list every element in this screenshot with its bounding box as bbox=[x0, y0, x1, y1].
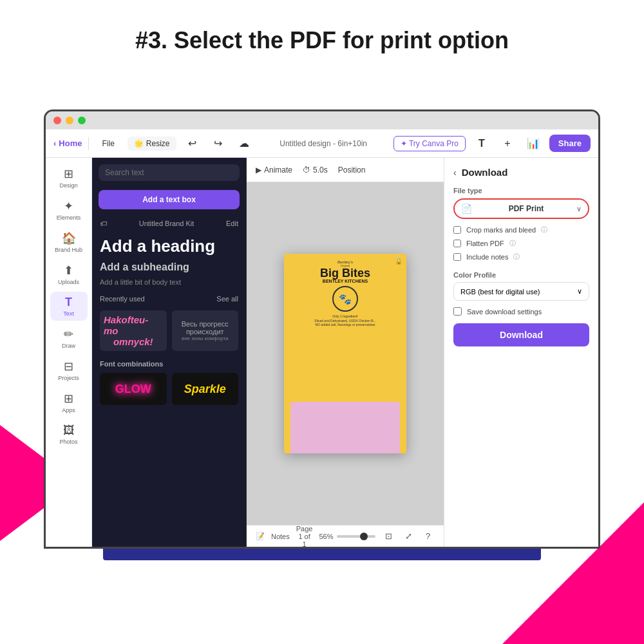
sidebar-item-projects[interactable]: ⊟ Projects bbox=[50, 355, 88, 385]
zoom-slider[interactable] bbox=[337, 535, 375, 538]
flatten-pdf-info-icon[interactable]: ⓘ bbox=[509, 239, 516, 248]
text-icon: T bbox=[65, 296, 72, 309]
dog-food-logo: Bentley's Original Big Bites BENTLEY KIT… bbox=[289, 260, 401, 327]
see-all-link[interactable]: See all bbox=[216, 295, 238, 303]
brand-tagline: Only 1 Ingredient!Sliced and Dehydrated,… bbox=[289, 314, 401, 327]
crop-marks-info-icon[interactable]: ⓘ bbox=[541, 225, 547, 234]
pdf-print-dropdown[interactable]: 📄 PDF Print ∨ bbox=[453, 198, 589, 219]
brand-kit-row: 🏷 Untitled Brand Kit Edit bbox=[92, 216, 246, 231]
crop-marks-checkbox[interactable] bbox=[453, 226, 461, 234]
left-sidebar: ⊞ Design ✦ Elements 🏠 Brand Hub ⬆ Upload… bbox=[46, 158, 92, 547]
canva-toolbar: ‹ Home File 🌟 Resize ↩ ↪ ☁ Untitled desi… bbox=[46, 129, 598, 158]
glow-text: GLOW bbox=[115, 383, 151, 396]
brand-icon: 🏠 bbox=[62, 231, 76, 245]
flatten-pdf-checkbox[interactable] bbox=[453, 240, 461, 247]
zoom-control[interactable]: 56% bbox=[319, 533, 375, 540]
sidebar-item-elements[interactable]: ✦ Elements bbox=[50, 195, 88, 225]
search-area bbox=[92, 158, 246, 187]
add-body-button[interactable]: Add a little bit of body text bbox=[92, 276, 246, 289]
glow-preview-item[interactable]: GLOW bbox=[100, 373, 167, 405]
glow-previews: GLOW Sparkle bbox=[92, 370, 246, 408]
back-button[interactable]: ‹ bbox=[453, 167, 457, 178]
sidebar-item-text[interactable]: T Text bbox=[50, 292, 88, 321]
pdf-icon: 📄 bbox=[461, 204, 472, 214]
text-tool-button[interactable]: T bbox=[472, 134, 491, 153]
zoom-level: 56% bbox=[319, 533, 333, 540]
add-textbox-button[interactable]: Add a text box bbox=[99, 190, 240, 209]
font-preview-text-2a: Весь прогресс bbox=[182, 320, 229, 328]
animate-button[interactable]: ▶ Animate bbox=[256, 166, 292, 175]
fit-screen-button[interactable]: ⊡ bbox=[382, 529, 395, 544]
position-button[interactable]: Position bbox=[338, 166, 366, 175]
sidebar-item-brand[interactable]: 🏠 Brand Hub bbox=[50, 227, 88, 257]
home-button[interactable]: ‹ Home bbox=[53, 138, 82, 148]
file-type-label: File type bbox=[453, 187, 589, 194]
sidebar-item-design[interactable]: ⊞ Design bbox=[50, 163, 88, 193]
canvas-stage[interactable]: 🔒 Bentley's Original Big Bites BENTLEY K… bbox=[247, 182, 444, 525]
sidebar-item-apps[interactable]: ⊞ Apps bbox=[50, 388, 88, 417]
include-notes-label: Include notes bbox=[466, 253, 508, 261]
notes-icon: 📝 bbox=[256, 532, 265, 540]
fullscreen-button[interactable]: ⤢ bbox=[402, 529, 415, 544]
help-button[interactable]: ? bbox=[421, 529, 435, 544]
font-preview-text-2b: происходит bbox=[186, 328, 224, 336]
add-subheading-button[interactable]: Add a subheading bbox=[92, 259, 246, 276]
sidebar-item-photos[interactable]: 🖼 Photos bbox=[50, 420, 88, 449]
recently-used-header: Recently used See all bbox=[92, 289, 246, 307]
page-title: #3. Select the PDF for print option bbox=[0, 27, 644, 54]
save-settings-label: Save download settings bbox=[467, 308, 542, 316]
brand-kitchens: BENTLEY KITCHENS bbox=[289, 279, 401, 283]
window-minimize-dot[interactable] bbox=[66, 117, 73, 124]
color-profile-dropdown[interactable]: RGB (best for digital use) ∨ bbox=[453, 282, 589, 301]
browser-content: ‹ Home File 🌟 Resize ↩ ↪ ☁ Untitled desi… bbox=[46, 129, 598, 547]
add-heading-button[interactable]: Add a heading bbox=[92, 231, 246, 259]
include-notes-info-icon[interactable]: ⓘ bbox=[513, 252, 520, 261]
sparkle-preview-item[interactable]: Sparkle bbox=[172, 373, 239, 405]
time-button[interactable]: ⏱ 5.0s bbox=[303, 166, 328, 175]
font-preview-1[interactable]: Hakofteu-mo omnyck! bbox=[100, 310, 167, 351]
draw-icon: ✏ bbox=[64, 327, 73, 341]
font-preview-text-1b: omnyck! bbox=[113, 336, 153, 347]
mac-title-bar bbox=[46, 111, 598, 129]
add-element-button[interactable]: + bbox=[498, 134, 517, 153]
resize-button[interactable]: 🌟 Resize bbox=[128, 137, 176, 151]
text-panel: Add a text box 🏷 Untitled Brand Kit Edit… bbox=[92, 158, 247, 547]
main-area: ⊞ Design ✦ Elements 🏠 Brand Hub ⬆ Upload… bbox=[46, 158, 598, 547]
include-notes-row: Include notes ⓘ bbox=[453, 252, 589, 261]
crop-marks-row: Crop marks and bleed ⓘ bbox=[453, 225, 589, 234]
redo-button[interactable]: ↪ bbox=[209, 134, 228, 153]
share-button[interactable]: Share bbox=[549, 135, 591, 152]
search-input[interactable] bbox=[99, 164, 240, 181]
edit-brand-kit-link[interactable]: Edit bbox=[226, 220, 238, 227]
window-maximize-dot[interactable] bbox=[78, 117, 86, 124]
download-panel: ‹ Download File type 📄 PDF Print ∨ Crop … bbox=[444, 158, 598, 547]
cloud-save-button[interactable]: ☁ bbox=[234, 134, 254, 153]
clock-icon: ⏱ bbox=[303, 166, 310, 175]
notes-label[interactable]: Notes bbox=[271, 533, 290, 540]
canvas-bottom-bar: 📝 Notes Page 1 of 1 56% ⊡ ⤢ ? bbox=[247, 525, 444, 547]
include-notes-checkbox[interactable] bbox=[453, 253, 461, 261]
font-preview-2[interactable]: Весь прогресс происходит вне зоны комфор… bbox=[172, 310, 239, 351]
window-close-dot[interactable] bbox=[53, 117, 61, 124]
undo-button[interactable]: ↩ bbox=[183, 134, 202, 153]
download-button[interactable]: Download bbox=[453, 323, 589, 346]
sidebar-item-uploads[interactable]: ⬆ Uploads bbox=[50, 260, 88, 289]
save-settings-row: Save download settings bbox=[453, 307, 589, 316]
sidebar-item-draw[interactable]: ✏ Draw bbox=[50, 323, 88, 353]
file-menu-button[interactable]: File bbox=[95, 137, 120, 151]
design-icon: ⊞ bbox=[64, 167, 73, 181]
save-settings-checkbox[interactable] bbox=[453, 307, 462, 316]
star-icon: 🌟 bbox=[134, 139, 144, 148]
canvas-toolbar-row: ▶ Animate ⏱ 5.0s Position bbox=[247, 158, 444, 182]
download-panel-header: ‹ Download bbox=[453, 167, 589, 178]
uploads-icon: ⬆ bbox=[64, 263, 73, 278]
canvas-area: ▶ Animate ⏱ 5.0s Position 🔒 bbox=[247, 158, 444, 547]
crop-marks-label: Crop marks and bleed bbox=[466, 226, 536, 234]
chart-button[interactable]: 📊 bbox=[524, 134, 543, 153]
pdf-print-label: PDF Print bbox=[509, 204, 544, 213]
color-profile-chevron-icon: ∨ bbox=[577, 287, 582, 296]
projects-icon: ⊟ bbox=[64, 359, 73, 374]
try-canva-pro-button[interactable]: ✦ Try Canva Pro bbox=[393, 136, 466, 151]
font-previews: Hakofteu-mo omnyck! Весь прогресс происх… bbox=[92, 307, 246, 355]
animate-icon: ▶ bbox=[256, 166, 261, 175]
